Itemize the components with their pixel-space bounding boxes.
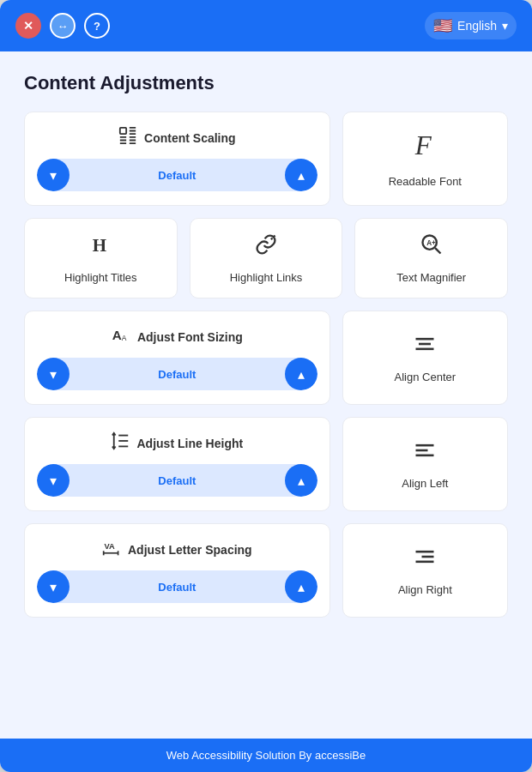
- highlight-links-card[interactable]: Highlight Links: [190, 218, 343, 299]
- flag-icon: 🇺🇸: [433, 16, 452, 35]
- content-scaling-decrease[interactable]: ▾: [37, 159, 70, 191]
- svg-text:F: F: [414, 130, 432, 160]
- language-selector[interactable]: 🇺🇸 English ▾: [425, 12, 517, 39]
- chevron-up-icon: ▴: [298, 579, 305, 595]
- help-button[interactable]: ?: [84, 13, 110, 39]
- row-1: Content Scaling ▾ Default ▴ F: [24, 112, 508, 206]
- text-magnifier-card[interactable]: A+ Text Magnifier: [354, 218, 508, 299]
- row-4: Adjust Line Height ▾ Default ▴: [24, 417, 508, 511]
- footer: Web Accessibility Solution By accessiBe: [0, 739, 532, 772]
- language-label: English: [457, 19, 497, 33]
- highlight-titles-card[interactable]: H Highlight Titles: [24, 218, 178, 299]
- page-title: Content Adjustments: [24, 72, 508, 94]
- svg-text:VA: VA: [105, 542, 116, 551]
- highlight-titles-label: Highlight Titles: [64, 271, 137, 284]
- letter-spacing-decrease[interactable]: ▾: [37, 570, 70, 603]
- row-3: AA Adjust Font Sizing ▾ Default ▴: [24, 311, 508, 405]
- readable-font-icon: F: [410, 130, 439, 166]
- row-5: VA Adjust Letter Spacing ▾ Default ▴: [24, 523, 508, 618]
- adjust-line-height-stepper: ▾ Default ▴: [37, 464, 317, 497]
- chevron-down-icon: ▾: [50, 167, 57, 184]
- text-magnifier-label: Text Magnifier: [396, 271, 466, 284]
- content-scaling-label: Content Scaling: [144, 131, 236, 145]
- line-height-decrease[interactable]: ▾: [37, 464, 70, 497]
- text-magnifier-icon: A+: [420, 232, 444, 262]
- cards-grid: Content Scaling ▾ Default ▴ F: [24, 112, 508, 618]
- align-right-icon: [413, 545, 437, 575]
- row-2: H Highlight Titles Highlight Links A+ Te…: [24, 218, 508, 299]
- back-icon: ↔: [57, 20, 69, 33]
- adjust-line-height-label: Adjust Line Height: [137, 437, 244, 450]
- line-height-value: Default: [70, 474, 285, 487]
- svg-text:H: H: [93, 235, 106, 256]
- content-scaling-increase[interactable]: ▴: [285, 159, 317, 191]
- adjust-font-sizing-stepper: ▾ Default ▴: [37, 358, 317, 390]
- readable-font-label: Readable Font: [389, 175, 462, 188]
- adjust-font-sizing-label: Adjust Font Sizing: [137, 330, 243, 344]
- svg-text:A+: A+: [426, 239, 436, 247]
- chevron-down-icon: ▾: [50, 473, 57, 489]
- content-area: Content Adjustments Content Scaling ▾ De…: [0, 51, 532, 739]
- chevron-up-icon: ▴: [298, 366, 305, 383]
- readable-font-card[interactable]: F Readable Font: [342, 112, 508, 206]
- content-scaling-card[interactable]: Content Scaling ▾ Default ▴: [24, 112, 330, 206]
- font-sizing-increase[interactable]: ▴: [285, 358, 317, 390]
- adjust-letter-spacing-card[interactable]: VA Adjust Letter Spacing ▾ Default ▴: [24, 523, 330, 618]
- content-scaling-value: Default: [70, 169, 285, 182]
- adjust-font-sizing-card[interactable]: AA Adjust Font Sizing ▾ Default ▴: [24, 311, 330, 405]
- chevron-down-icon: ▾: [502, 19, 508, 33]
- close-button[interactable]: ✕: [15, 13, 41, 39]
- adjust-line-height-icon: [112, 431, 130, 455]
- letter-spacing-value: Default: [70, 581, 285, 594]
- align-center-label: Align Center: [395, 371, 456, 383]
- svg-rect-0: [120, 128, 126, 134]
- font-sizing-value: Default: [70, 368, 285, 381]
- chevron-up-icon: ▴: [298, 473, 305, 489]
- content-scaling-icon: [118, 126, 137, 150]
- content-scaling-stepper: ▾ Default ▴: [37, 159, 317, 191]
- align-center-icon: [413, 332, 437, 362]
- chevron-up-icon: ▴: [298, 167, 305, 184]
- highlight-links-label: Highlight Links: [230, 271, 303, 284]
- letter-spacing-increase[interactable]: ▴: [285, 570, 317, 603]
- align-left-label: Align Left: [402, 477, 448, 490]
- adjust-line-height-card[interactable]: Adjust Line Height ▾ Default ▴: [24, 417, 330, 511]
- align-right-label: Align Right: [398, 583, 452, 596]
- adjust-letter-spacing-icon: VA: [102, 538, 121, 562]
- adjust-letter-spacing-label: Adjust Letter Spacing: [128, 543, 252, 557]
- svg-text:A: A: [112, 328, 122, 342]
- adjust-font-sizing-icon: AA: [112, 325, 130, 349]
- highlight-titles-icon: H: [88, 232, 112, 262]
- align-left-card[interactable]: Align Left: [342, 417, 508, 511]
- footer-label: Web Accessibility Solution By accessiBe: [166, 749, 366, 762]
- svg-text:A: A: [122, 334, 127, 342]
- chevron-down-icon: ▾: [50, 366, 57, 383]
- chevron-down-icon: ▾: [50, 579, 57, 595]
- line-height-increase[interactable]: ▴: [285, 464, 317, 497]
- align-left-icon: [413, 438, 437, 468]
- accessibility-panel: ✕ ↔ ? 🇺🇸 English ▾ Content Adjustments: [0, 0, 532, 772]
- adjust-letter-spacing-stepper: ▾ Default ▴: [37, 570, 317, 603]
- header-controls: ✕ ↔ ?: [15, 13, 110, 39]
- font-sizing-decrease[interactable]: ▾: [37, 358, 70, 390]
- back-button[interactable]: ↔: [50, 13, 76, 39]
- align-right-card[interactable]: Align Right: [342, 523, 508, 618]
- highlight-links-icon: [254, 232, 278, 262]
- align-center-card[interactable]: Align Center: [342, 311, 508, 405]
- svg-line-14: [435, 248, 440, 253]
- header: ✕ ↔ ? 🇺🇸 English ▾: [0, 0, 532, 51]
